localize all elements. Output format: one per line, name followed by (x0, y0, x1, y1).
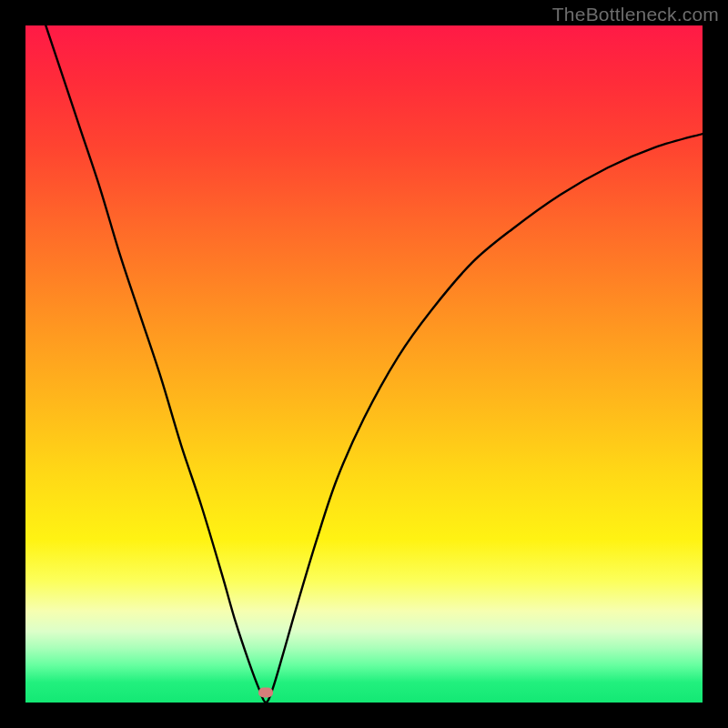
minimum-marker-icon (258, 687, 273, 697)
watermark-text: TheBottleneck.com (552, 4, 719, 25)
chart-frame: TheBottleneck.com (0, 0, 728, 728)
bottleneck-curve (25, 25, 703, 703)
plot-area (25, 25, 703, 703)
